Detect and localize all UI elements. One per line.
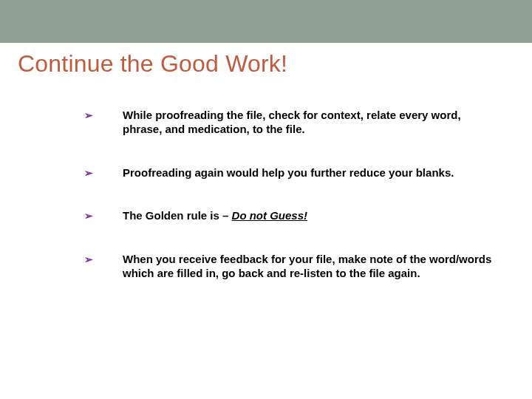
bullet-text-prefix: The Golden rule is –: [123, 209, 232, 222]
slide-title: Continue the Good Work!: [18, 50, 514, 78]
list-item: ➢ While proofreading the file, check for…: [84, 109, 497, 137]
slide-content: Continue the Good Work! ➢ While proofrea…: [0, 43, 532, 281]
chevron-right-icon: ➢: [84, 253, 93, 266]
list-item: ➢ Proofreading again would help you furt…: [84, 166, 497, 180]
bullet-text: While proofreading the file, check for c…: [123, 109, 497, 137]
chevron-right-icon: ➢: [84, 209, 93, 222]
bullet-text: Proofreading again would help you furthe…: [123, 166, 497, 180]
list-item: ➢ The Golden rule is – Do not Guess!: [84, 209, 497, 223]
chevron-right-icon: ➢: [84, 166, 93, 180]
bullet-text-emphasis: Do not Guess!: [232, 209, 308, 222]
bullet-text: When you receive feedback for your file,…: [123, 253, 497, 281]
chevron-right-icon: ➢: [84, 109, 93, 122]
list-item: ➢ When you receive feedback for your fil…: [84, 253, 497, 281]
bullet-text: The Golden rule is – Do not Guess!: [123, 209, 497, 223]
bullet-list: ➢ While proofreading the file, check for…: [84, 109, 497, 281]
header-band: [0, 0, 532, 43]
